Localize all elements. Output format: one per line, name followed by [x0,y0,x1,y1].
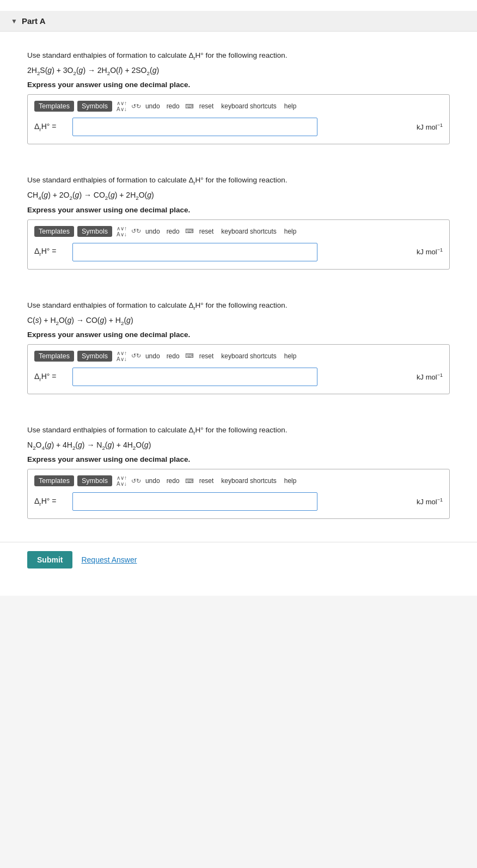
question-equation-4: N2O4(g) + 4H2(g) → N2(g) + 4H2O(g) [27,439,450,452]
reset-button-3[interactable]: reset [197,351,216,361]
undo-redo-2: ↺↻ undo redo [131,227,182,236]
undo-button-4[interactable]: undo [143,476,162,486]
undo-redo-4: ↺↻ undo redo [131,476,182,486]
delta-label-2: ΔrH° = [34,247,67,257]
answer-input-3[interactable] [72,368,317,386]
unit-label-1: kJ mol−1 [417,123,443,131]
request-answer-button[interactable]: Request Answer [81,555,137,564]
answer-box-1: Templates Symbols ∧∨↑ A∨↓ ↺↻ undo redo ⌨… [27,94,450,144]
symbols-button-2[interactable]: Symbols [77,226,112,237]
help-button-2[interactable]: help [282,227,299,236]
answer-box-4: Templates Symbols ∧∨↑ A∨↓ ↺↻ undo redo ⌨… [27,469,450,519]
redo-button-2[interactable]: redo [164,227,182,236]
part-label: Part A [22,16,46,26]
redo-button-3[interactable]: redo [164,351,182,361]
part-header: ▼ Part A [0,11,477,32]
toolbar-abc-1: ∧∨↑ A∨↓ [115,100,128,112]
unit-label-2: kJ mol−1 [417,247,443,256]
question-block-4: Use standard enthalpies of formation to … [0,412,477,536]
question-equation-1: 2H2S(g) + 3O2(g) → 2H2O(l) + 2SO2(g) [27,64,450,77]
answer-input-2[interactable] [72,243,317,261]
answer-input-1[interactable] [72,118,317,136]
toolbar-2: Templates Symbols ∧∨↑ A∨↓ ↺↻ undo redo ⌨… [34,225,443,237]
reset-button-4[interactable]: reset [197,476,216,486]
toolbar-1: Templates Symbols ∧∨↑ A∨↓ ↺↻ undo redo ⌨… [34,100,443,112]
input-row-4: ΔrH° = kJ mol−1 [34,492,443,511]
symbols-button-1[interactable]: Symbols [77,101,112,112]
input-row-2: ΔrH° = kJ mol−1 [34,243,443,261]
keyboard-icon-3: ⌨ [185,352,194,359]
help-button-4[interactable]: help [282,476,299,486]
keyboard-shortcuts-button-2[interactable]: keyboard shortcuts [219,227,278,236]
question-equation-2: CH4(g) + 2O2(g) → CO2(g) + 2H2O(g) [27,189,450,202]
delta-label-4: ΔrH° = [34,497,67,507]
input-row-3: ΔrH° = kJ mol−1 [34,368,443,386]
help-button-3[interactable]: help [282,351,299,361]
keyboard-icon-1: ⌨ [185,103,194,110]
templates-button-1[interactable]: Templates [34,101,74,112]
question-instruction-2: Express your answer using one decimal pl… [27,206,450,214]
undo-arc-icon: ↺↻ [131,103,141,110]
symbols-button-4[interactable]: Symbols [77,475,112,486]
symbols-button-3[interactable]: Symbols [77,351,112,362]
question-text-1: Use standard enthalpies of formation to … [27,50,450,62]
keyboard-icon-2: ⌨ [185,228,194,235]
templates-button-2[interactable]: Templates [34,226,74,237]
reset-button-1[interactable]: reset [197,101,216,111]
question-block-3: Use standard enthalpies of formation to … [0,287,477,412]
undo-button-3[interactable]: undo [143,351,162,361]
undo-button-1[interactable]: undo [143,101,162,111]
help-button-1[interactable]: help [282,101,299,111]
page-container: ▼ Part A Use standard enthalpies of form… [0,0,477,596]
undo-arc-icon-2: ↺↻ [131,228,141,235]
undo-arc-icon-4: ↺↻ [131,478,141,485]
templates-button-4[interactable]: Templates [34,475,74,486]
undo-button-2[interactable]: undo [143,227,162,236]
keyboard-shortcuts-button-4[interactable]: keyboard shortcuts [219,476,278,486]
question-text-3: Use standard enthalpies of formation to … [27,300,450,312]
toolbar-abc-2: ∧∨↑ A∨↓ [115,225,128,237]
reset-button-2[interactable]: reset [197,227,216,236]
keyboard-shortcuts-button-1[interactable]: keyboard shortcuts [219,101,278,111]
delta-label-1: ΔrH° = [34,122,67,132]
undo-redo-1: ↺↻ undo redo [131,101,182,111]
answer-box-3: Templates Symbols ∧∨↑ A∨↓ ↺↻ undo redo ⌨… [27,344,450,394]
question-block-1: Use standard enthalpies of formation to … [0,37,477,162]
redo-button-1[interactable]: redo [164,101,182,111]
input-row-1: ΔrH° = kJ mol−1 [34,118,443,136]
undo-redo-3: ↺↻ undo redo [131,351,182,361]
question-instruction-3: Express your answer using one decimal pl… [27,331,450,339]
undo-arc-icon-3: ↺↻ [131,352,141,359]
toolbar-3: Templates Symbols ∧∨↑ A∨↓ ↺↻ undo redo ⌨… [34,350,443,362]
bottom-actions: Submit Request Answer [0,542,477,574]
question-text-4: Use standard enthalpies of formation to … [27,425,450,437]
unit-label-4: kJ mol−1 [417,497,443,506]
question-block-2: Use standard enthalpies of formation to … [0,162,477,286]
chevron-down-icon[interactable]: ▼ [11,17,17,25]
toolbar-4: Templates Symbols ∧∨↑ A∨↓ ↺↻ undo redo ⌨… [34,475,443,487]
templates-button-3[interactable]: Templates [34,351,74,362]
redo-button-4[interactable]: redo [164,476,182,486]
answer-box-2: Templates Symbols ∧∨↑ A∨↓ ↺↻ undo redo ⌨… [27,219,450,270]
question-instruction-1: Express your answer using one decimal pl… [27,81,450,89]
unit-label-3: kJ mol−1 [417,372,443,381]
toolbar-abc-3: ∧∨↑ A∨↓ [115,350,128,362]
delta-label-3: ΔrH° = [34,372,67,382]
question-instruction-4: Express your answer using one decimal pl… [27,455,450,463]
keyboard-icon-4: ⌨ [185,478,194,485]
keyboard-shortcuts-button-3[interactable]: keyboard shortcuts [219,351,278,361]
question-equation-3: C(s) + H2O(g) → CO(g) + H2(g) [27,314,450,327]
submit-button[interactable]: Submit [27,551,72,569]
question-text-2: Use standard enthalpies of formation to … [27,175,450,187]
toolbar-abc-4: ∧∨↑ A∨↓ [115,475,128,487]
answer-input-4[interactable] [72,492,317,511]
